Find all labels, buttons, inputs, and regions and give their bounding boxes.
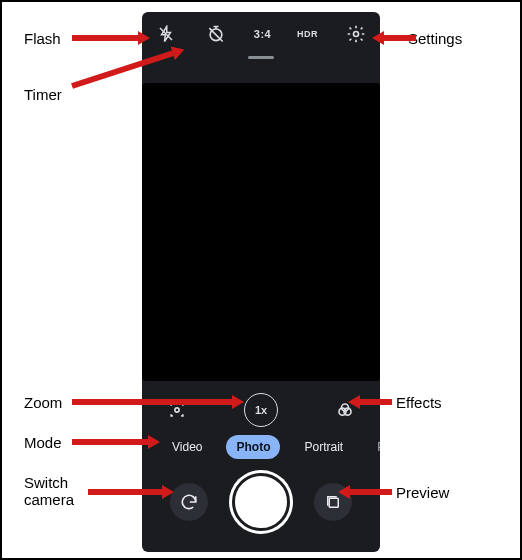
annotation-mode: Mode [24, 434, 62, 451]
mode-portrait[interactable]: Portrait [294, 435, 353, 459]
mode-selector[interactable]: Video Photo Portrait Pro [142, 431, 380, 459]
annotation-preview: Preview [396, 484, 449, 501]
aspect-ratio-button[interactable]: 3:4 [254, 28, 271, 40]
switch-camera-button[interactable] [170, 483, 208, 521]
annotation-flash: Flash [24, 30, 61, 47]
mode-photo[interactable]: Photo [226, 435, 280, 459]
annotation-effects: Effects [396, 394, 442, 411]
shutter-button[interactable] [232, 473, 290, 531]
annotation-settings: Settings [408, 30, 462, 47]
annotation-timer: Timer [24, 86, 62, 103]
svg-point-2 [175, 408, 179, 412]
annotation-switch-camera: Switch camera [24, 474, 74, 508]
zoom-button[interactable]: 1x [244, 393, 278, 427]
annotation-zoom: Zoom [24, 394, 62, 411]
callout-arrow [72, 32, 150, 44]
mode-pro[interactable]: Pro [367, 435, 380, 459]
callout-arrow [338, 486, 392, 498]
mode-video[interactable]: Video [162, 435, 212, 459]
callout-arrow [348, 396, 392, 408]
callout-arrow [72, 436, 160, 448]
svg-rect-6 [329, 498, 338, 507]
timer-icon[interactable] [204, 22, 228, 46]
flash-icon[interactable] [154, 22, 178, 46]
camera-app-window: 3:4 HDR 1x [142, 12, 380, 552]
settings-icon[interactable] [344, 22, 368, 46]
callout-arrow [72, 396, 244, 408]
hdr-button[interactable]: HDR [297, 29, 318, 39]
callout-arrow [372, 32, 416, 44]
drawer-handle[interactable] [248, 56, 274, 59]
callout-arrow [88, 486, 174, 498]
camera-viewfinder[interactable] [142, 83, 380, 381]
svg-point-1 [353, 32, 358, 37]
